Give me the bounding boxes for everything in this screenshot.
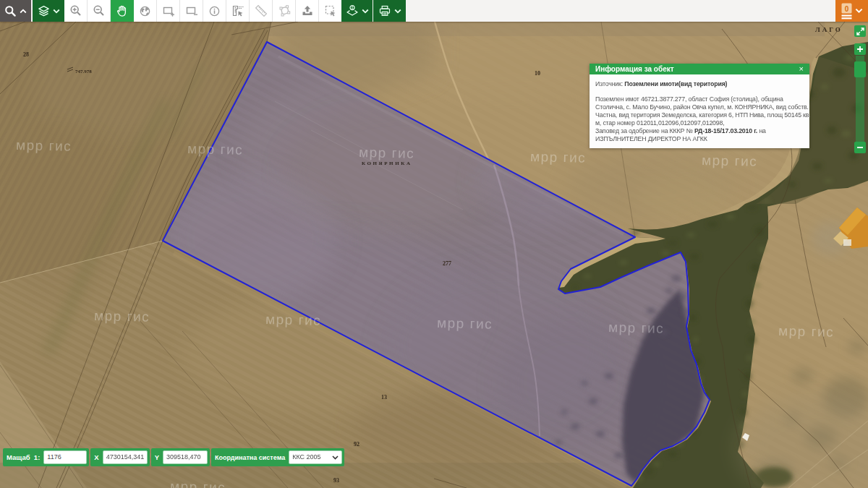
svg-text:0: 0 bbox=[844, 4, 848, 12]
svg-text:277: 277 bbox=[443, 260, 451, 267]
svg-text:мрр гис: мрр гис bbox=[702, 153, 758, 169]
svg-text:93: 93 bbox=[333, 477, 339, 484]
svg-text:747.978: 747.978 bbox=[75, 69, 92, 74]
svg-text:мрр гис: мрр гис bbox=[778, 323, 835, 340]
svg-text:мрр гис: мрр гис bbox=[514, 484, 570, 488]
svg-text:мрр гис: мрр гис bbox=[94, 308, 150, 325]
svg-text:КОНЯРНИКА: КОНЯРНИКА bbox=[362, 160, 412, 166]
svg-text:мрр гис: мрр гис bbox=[359, 145, 415, 161]
svg-text:мрр гис: мрр гис bbox=[170, 479, 226, 488]
svg-text:28: 28 bbox=[23, 51, 29, 58]
svg-text:мрр гис: мрр гис bbox=[437, 315, 493, 332]
svg-text:мрр гис: мрр гис bbox=[265, 312, 322, 328]
svg-text:13: 13 bbox=[381, 394, 387, 401]
svg-text:92: 92 bbox=[354, 441, 359, 448]
svg-text:мрр гис: мрр гис bbox=[608, 320, 665, 336]
svg-text:мрр гис: мрр гис bbox=[530, 149, 587, 166]
svg-text:мрр гис: мрр гис bbox=[187, 141, 244, 158]
svg-text:ЛАГО: ЛАГО bbox=[815, 26, 843, 33]
svg-text:10: 10 bbox=[535, 70, 540, 77]
svg-text:мрр гис: мрр гис bbox=[16, 137, 72, 154]
